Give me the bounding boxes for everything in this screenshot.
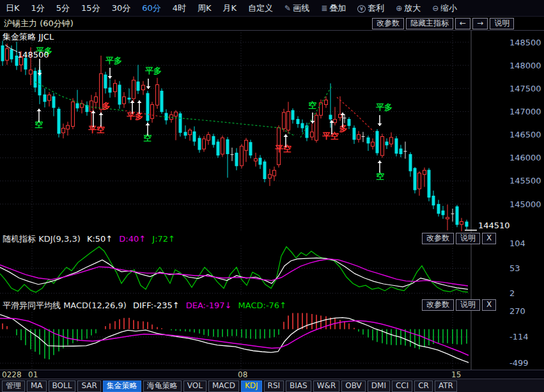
- time-axis-label: 01: [28, 370, 38, 379]
- svg-text:空: 空: [377, 171, 385, 181]
- toolbar-item-日K[interactable]: 日K: [0, 3, 26, 14]
- chart-canvas: 1485001480001475001470001465001460001455…: [0, 0, 544, 392]
- toolbar-item-15分[interactable]: 15分: [75, 3, 106, 14]
- toolbar-item-叠加[interactable]: ≣叠加: [315, 3, 352, 14]
- macd-button-改参数[interactable]: 改参数: [422, 299, 454, 311]
- toolbar-item-放大[interactable]: ⊕放大: [390, 3, 426, 14]
- kdj-button-改参数[interactable]: 改参数: [422, 233, 454, 244]
- money-bag-icon: ¥: [357, 5, 366, 13]
- strategy-label: 集金策略 JJCL: [3, 31, 54, 43]
- title-button-改参数[interactable]: 改参数: [372, 18, 404, 29]
- svg-text:147000: 147000: [509, 107, 541, 116]
- tab-海龟策略[interactable]: 海龟策略: [143, 380, 182, 392]
- svg-text:平多: 平多: [376, 102, 392, 112]
- macd-buttons: 改参数说明X: [422, 299, 496, 311]
- macd-title: 平滑异同平均线 MACD(12,26,9): [3, 301, 127, 310]
- kdj-button-说明[interactable]: 说明: [456, 233, 480, 244]
- svg-text:148000: 148000: [509, 61, 541, 70]
- time-axis-label: 0228: [2, 370, 22, 379]
- svg-text:平空: 平空: [275, 144, 291, 153]
- svg-text:147500: 147500: [509, 84, 541, 93]
- svg-text:平多: 平多: [127, 111, 143, 121]
- svg-text:104: 104: [509, 239, 525, 248]
- tab-SAR[interactable]: SAR: [77, 380, 100, 392]
- title-button-←[interactable]: ←: [455, 18, 470, 29]
- kdj-buttons: 改参数说明X: [422, 233, 496, 244]
- tab-管理[interactable]: 管理: [2, 380, 25, 392]
- svg-text:145000: 145000: [509, 200, 541, 209]
- time-axis: 0228010815: [0, 370, 544, 379]
- tab-集金策略[interactable]: 集金策略: [103, 380, 141, 392]
- tab-DMI[interactable]: DMI: [368, 380, 390, 392]
- kdj-title: 随机指标 KDJ(9,3,3): [3, 234, 81, 244]
- tab-CCI[interactable]: CCI: [392, 380, 412, 392]
- trading-app-window: 1485001480001475001470001465001460001455…: [0, 0, 544, 392]
- tab-CR[interactable]: CR: [414, 380, 433, 392]
- toolbar-item-60分[interactable]: 60分: [136, 3, 167, 14]
- kdj-k-value: K:50↑: [87, 234, 113, 244]
- time-axis-label: 15: [451, 370, 461, 379]
- svg-text:270: 270: [509, 306, 525, 316]
- svg-text:144510: 144510: [478, 221, 510, 230]
- svg-text:148500: 148500: [17, 50, 49, 59]
- svg-text:空: 空: [309, 100, 317, 110]
- macd-dea-value: DEA:-197↓: [186, 301, 232, 310]
- svg-text:多: 多: [339, 123, 348, 133]
- stack-icon: ≣: [321, 4, 327, 13]
- svg-text:145500: 145500: [509, 176, 541, 185]
- toolbar-item-5分[interactable]: 5分: [51, 3, 75, 14]
- toolbar-item-30分[interactable]: 30分: [106, 3, 137, 14]
- title-button-说明[interactable]: 说明: [490, 18, 514, 29]
- title-button-→[interactable]: →: [472, 18, 488, 29]
- tab-VOL[interactable]: VOL: [183, 380, 206, 392]
- svg-text:148500: 148500: [509, 38, 541, 47]
- macd-header: 平滑异同平均线 MACD(12,26,9) DIFF:-235↑ DEA:-19…: [3, 300, 386, 311]
- kdj-d-value: D:40↑: [119, 234, 146, 244]
- toolbar-item-1分[interactable]: 1分: [26, 3, 51, 14]
- instrument-title: 沪锡主力 (60分钟): [4, 18, 74, 29]
- pencil-icon: ✎: [284, 4, 291, 13]
- tab-RSI[interactable]: RSI: [264, 380, 284, 392]
- toolbar-item-套利[interactable]: ¥套利: [352, 3, 390, 14]
- svg-text:146500: 146500: [509, 130, 541, 139]
- indicator-tab-bar: 管理MABOLLSAR集金策略海龟策略VOLMACDKDJRSIBIASW&RO…: [0, 379, 544, 392]
- tab-MACD[interactable]: MACD: [208, 380, 239, 392]
- tab-W&R[interactable]: W&R: [313, 380, 340, 392]
- tab-KDJ[interactable]: KDJ: [241, 380, 262, 392]
- zoom-in-icon: ⊕: [396, 4, 402, 13]
- toolbar-item-周K[interactable]: 周K: [192, 3, 217, 14]
- svg-text:多: 多: [102, 101, 111, 111]
- macd-button-X[interactable]: X: [482, 299, 496, 311]
- toolbar-item-4时[interactable]: 4时: [167, 3, 192, 14]
- tab-ATR[interactable]: ATR: [435, 380, 457, 392]
- tab-BOLL[interactable]: BOLL: [49, 380, 76, 392]
- tab-MA[interactable]: MA: [27, 380, 47, 392]
- svg-text:平空: 平空: [322, 131, 339, 141]
- zoom-out-icon: ⊖: [432, 4, 439, 13]
- svg-text:平空: 平空: [88, 125, 105, 134]
- toolbar-item-月K[interactable]: 月K: [217, 3, 243, 14]
- macd-button-说明[interactable]: 说明: [456, 299, 480, 311]
- macd-macd-value: MACD:-76↑: [238, 301, 286, 310]
- tab-BIAS[interactable]: BIAS: [286, 380, 311, 392]
- kdj-header: 随机指标 KDJ(9,3,3) K:50↑ D:40↑ J:72↑: [3, 233, 386, 245]
- svg-text:平多: 平多: [145, 66, 162, 75]
- kdj-j-value: J:72↑: [152, 234, 175, 244]
- svg-text:146000: 146000: [509, 153, 541, 162]
- tab-OBV[interactable]: OBV: [341, 380, 366, 392]
- toolbar-item-自定义[interactable]: 自定义: [242, 3, 279, 14]
- toolbar-item-缩小[interactable]: ⊖缩小: [426, 3, 463, 14]
- svg-text:2: 2: [509, 288, 515, 298]
- svg-text:平多: 平多: [105, 56, 122, 65]
- svg-text:53: 53: [509, 263, 520, 273]
- title-bar: 沪锡主力 (60分钟) 改参数隐藏主指标←→说明: [0, 17, 544, 31]
- kdj-button-X[interactable]: X: [482, 233, 496, 244]
- macd-diff-value: DIFF:-235↑: [133, 301, 180, 310]
- top-toolbar: 日K1分5分15分30分60分4时周K月K自定义✎画线≣叠加¥套利⊕放大⊖缩小: [0, 0, 544, 17]
- svg-text:-499: -499: [509, 358, 529, 368]
- toolbar-item-画线[interactable]: ✎画线: [279, 3, 315, 14]
- svg-text:-114: -114: [509, 332, 529, 341]
- time-axis-label: 08: [238, 370, 247, 379]
- title-buttons: 改参数隐藏主指标←→说明: [372, 18, 514, 29]
- title-button-隐藏主指标[interactable]: 隐藏主指标: [406, 18, 453, 29]
